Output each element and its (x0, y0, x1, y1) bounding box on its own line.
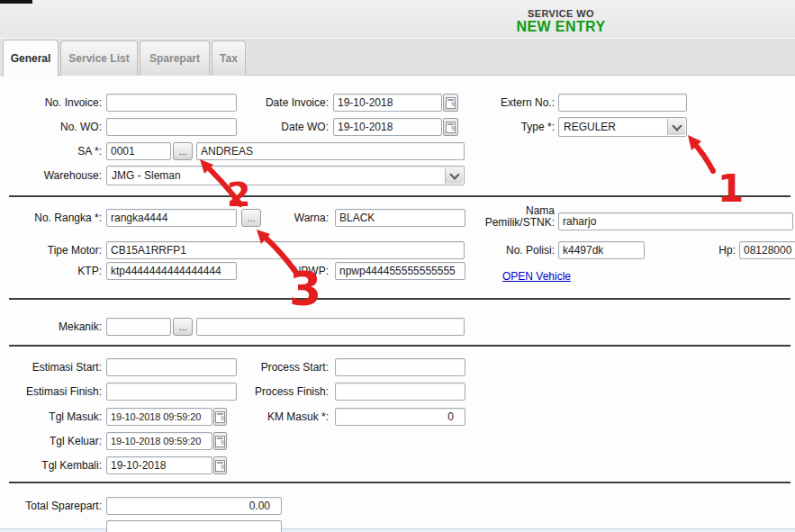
page-title: SERVICE WO (327, 8, 795, 19)
section-divider (9, 482, 790, 483)
tgl-keluar-input[interactable] (106, 432, 212, 450)
no-polisi-input[interactable] (558, 241, 645, 259)
process-finish-label: Process Finish: (221, 385, 329, 398)
estimasi-start-label: Estimasi Start: (9, 361, 102, 374)
calendar-icon (215, 436, 225, 447)
tab-tax-label: Tax (220, 52, 238, 65)
sa-browse-button[interactable]: ... (173, 142, 193, 160)
hp-input[interactable] (739, 241, 795, 259)
tab-service-list-label: Service List (68, 52, 129, 65)
km-masuk-label: KM Masuk *: (221, 410, 329, 423)
mekanik-browse-button[interactable]: ... (173, 318, 193, 336)
no-rangka-label: No. Rangka *: (9, 212, 102, 224)
no-rangka-input[interactable] (106, 209, 237, 227)
date-invoice-label: Date Invoice: (221, 96, 329, 109)
sa-name-input[interactable] (196, 142, 465, 160)
tipe-motor-label: Tipe Motor: (9, 244, 102, 257)
window-border-fragment (0, 0, 32, 4)
no-wo-input[interactable] (106, 118, 237, 136)
section-divider (9, 298, 790, 300)
tab-general[interactable]: General (3, 40, 59, 77)
chevron-down-icon (449, 169, 459, 179)
total-sparepart-label: Total Sparepart: (9, 500, 102, 512)
tgl-keluar-calendar-button[interactable] (213, 432, 227, 450)
annotation-arrow-1 (692, 141, 713, 171)
warna-label: Warna: (245, 212, 329, 224)
tgl-masuk-input[interactable] (106, 408, 212, 426)
type-selected-value: REGULER (564, 121, 616, 133)
page-header: SERVICE WO NEW ENTRY (0, 0, 795, 38)
warehouse-selected-value: JMG - Sleman (112, 169, 181, 182)
date-wo-input[interactable] (333, 118, 442, 136)
tgl-kembali-calendar-button[interactable] (213, 456, 227, 474)
no-wo-label: No. WO: (9, 121, 102, 133)
tab-tax[interactable]: Tax (212, 41, 246, 76)
open-vehicle-link[interactable]: OPEN Vehicle (502, 270, 571, 283)
nama-pemilik-label: Nama Pemilik/STNK: (441, 205, 555, 229)
no-polisi-label: No. Polisi: (441, 244, 555, 257)
tipe-motor-input[interactable] (106, 241, 465, 259)
nama-pemilik-input[interactable] (558, 212, 793, 230)
warehouse-dropdown-button[interactable] (445, 167, 463, 184)
process-start-input[interactable] (335, 358, 465, 376)
ktp-label: KTP: (9, 265, 102, 277)
chevron-down-icon (672, 121, 682, 131)
tgl-kembali-label: Tgl Kembali: (9, 459, 102, 472)
nama-pemilik-label-line2: Pemilik/STNK: (441, 217, 555, 229)
tgl-masuk-label: Tgl Masuk: (9, 410, 102, 423)
section-divider (9, 195, 790, 197)
tab-service-list[interactable]: Service List (60, 41, 138, 76)
type-dropdown-button[interactable] (667, 119, 685, 135)
type-select[interactable]: REGULER (558, 117, 687, 137)
hp-label: Hp: (686, 244, 736, 257)
extern-no-label: Extern No.: (441, 96, 555, 109)
tab-sparepart-label: Sparepart (149, 52, 200, 65)
warehouse-label: Warehouse: (9, 169, 102, 182)
estimasi-finish-label: Estimasi Finish: (9, 385, 102, 398)
service-wo-page: SERVICE WO NEW ENTRY General Service Lis… (0, 0, 795, 532)
npwp-label: NPWP: (245, 265, 329, 277)
total-sparepart-input[interactable] (106, 497, 282, 515)
tgl-keluar-label: Tgl Keluar: (9, 435, 102, 447)
npwp-input[interactable] (335, 262, 465, 280)
tab-general-label: General (11, 52, 51, 65)
km-masuk-input[interactable] (335, 408, 465, 426)
estimasi-start-input[interactable] (106, 358, 237, 376)
type-label: Type *: (441, 121, 555, 133)
partial-total-input[interactable] (106, 520, 282, 532)
tab-sparepart[interactable]: Sparepart (140, 41, 210, 76)
annotation-arrowhead-1 (688, 135, 701, 150)
sa-code-input[interactable] (106, 142, 171, 160)
estimasi-finish-input[interactable] (106, 383, 237, 401)
process-start-label: Process Start: (221, 361, 329, 374)
warehouse-select[interactable]: JMG - Sleman (106, 166, 465, 185)
extern-no-input[interactable] (558, 94, 687, 112)
no-invoice-input[interactable] (106, 94, 237, 112)
no-invoice-label: No. Invoice: (9, 96, 102, 109)
mekanik-code-input[interactable] (106, 318, 171, 336)
section-divider (9, 345, 790, 347)
annotation-marker-1: 1 (718, 167, 744, 211)
date-wo-label: Date WO: (221, 121, 329, 133)
date-invoice-input[interactable] (333, 94, 442, 112)
tgl-kembali-input[interactable] (106, 456, 212, 474)
mekanik-name-input[interactable] (196, 318, 465, 336)
process-finish-input[interactable] (335, 383, 465, 401)
ktp-input[interactable] (106, 262, 237, 280)
sa-label: SA *: (9, 145, 102, 158)
entry-mode-label: NEW ENTRY (327, 19, 795, 35)
mekanik-label: Mekanik: (9, 320, 102, 333)
tab-bar: General Service List Sparepart Tax (0, 38, 795, 76)
calendar-icon (215, 460, 225, 472)
